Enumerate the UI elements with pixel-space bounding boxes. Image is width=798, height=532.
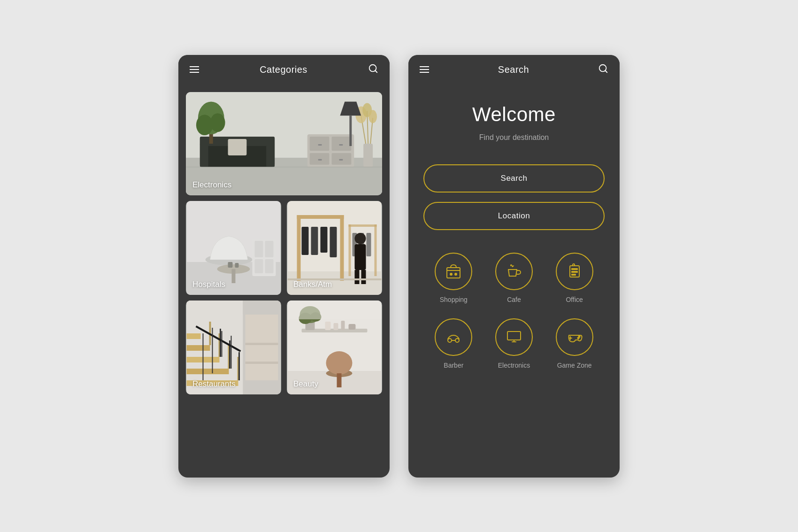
category-icons-row-1: Shopping Cafe	[423, 253, 605, 303]
electronics-label: Electronics	[192, 180, 231, 190]
svg-rect-86	[246, 315, 278, 380]
barber-label: Barber	[444, 362, 463, 369]
banks-label: Banks/Atm	[293, 280, 332, 289]
svg-rect-17	[310, 153, 330, 164]
search-icon-right[interactable]	[598, 63, 608, 76]
svg-rect-62	[355, 270, 360, 284]
svg-point-114	[448, 339, 452, 342]
svg-rect-16	[332, 137, 352, 151]
svg-rect-99	[349, 324, 356, 330]
office-label: Office	[566, 296, 583, 303]
svg-rect-87	[246, 343, 278, 345]
svg-rect-117	[507, 332, 521, 340]
category-shopping[interactable]: Shopping	[435, 253, 472, 303]
category-gamezone[interactable]: Game Zone	[556, 318, 593, 369]
svg-rect-98	[341, 321, 345, 330]
svg-point-109	[455, 273, 457, 275]
search-button[interactable]: Search	[423, 164, 605, 193]
svg-rect-50	[302, 227, 309, 255]
gamezone-label: Game Zone	[557, 362, 592, 369]
svg-rect-52	[321, 227, 328, 253]
svg-point-121	[578, 336, 580, 337]
category-card-restaurants[interactable]: Restaurants	[186, 301, 281, 394]
svg-rect-37	[232, 269, 236, 283]
office-icon-circle	[556, 253, 593, 290]
svg-rect-15	[310, 137, 330, 151]
category-icons-grid: Shopping Cafe	[423, 253, 605, 369]
svg-rect-9	[228, 139, 247, 155]
svg-line-1	[375, 70, 377, 72]
beauty-label: Beauty	[293, 379, 318, 389]
svg-rect-70	[187, 369, 229, 374]
svg-rect-44	[265, 259, 274, 273]
svg-rect-8	[266, 137, 275, 167]
category-barber[interactable]: Barber	[435, 318, 472, 369]
svg-rect-21	[318, 159, 322, 160]
category-card-beauty[interactable]: Beauty	[287, 301, 382, 394]
svg-rect-59	[367, 233, 371, 256]
svg-rect-30	[349, 116, 352, 146]
svg-point-60	[355, 233, 366, 244]
category-row-2: Restaurants	[186, 301, 382, 394]
welcome-subtitle: Find your destination	[479, 133, 549, 142]
category-card-electronics[interactable]: Electronics	[186, 92, 382, 195]
hamburger-icon-search[interactable]	[420, 66, 429, 73]
search-screen: Search Welcome Find your destination Sea…	[408, 55, 620, 478]
svg-rect-112	[572, 271, 577, 272]
svg-rect-7	[200, 137, 208, 167]
svg-rect-22	[339, 159, 343, 160]
svg-rect-106	[447, 268, 460, 278]
restaurants-label: Restaurants	[192, 379, 236, 389]
category-icons-row-2: Barber Electronics	[423, 318, 605, 369]
category-office[interactable]: Office	[556, 253, 593, 303]
svg-rect-96	[325, 322, 331, 330]
shopping-icon-circle	[435, 253, 472, 290]
search-icon[interactable]	[368, 63, 378, 76]
search-content: Welcome Find your destination Search Loc…	[408, 85, 620, 478]
svg-rect-54	[349, 224, 351, 276]
svg-rect-18	[332, 153, 352, 164]
svg-rect-19	[318, 144, 322, 145]
svg-rect-43	[255, 259, 263, 273]
hospitals-label: Hospitals	[192, 280, 225, 289]
svg-point-29	[368, 110, 377, 123]
svg-rect-55	[349, 224, 377, 227]
category-row-1: Hospitals	[186, 201, 382, 295]
svg-rect-38	[228, 262, 233, 268]
svg-rect-102	[337, 373, 342, 387]
categories-title: Categories	[260, 64, 307, 75]
svg-rect-101	[326, 351, 353, 375]
category-cafe[interactable]: Cafe	[495, 253, 533, 303]
svg-rect-63	[361, 270, 366, 284]
svg-rect-53	[330, 227, 337, 257]
svg-rect-23	[363, 144, 373, 167]
svg-rect-103	[288, 301, 382, 319]
category-electronics[interactable]: Electronics	[495, 318, 533, 369]
svg-rect-39	[235, 263, 239, 268]
location-button[interactable]: Location	[423, 202, 605, 230]
svg-rect-47	[297, 215, 301, 281]
svg-rect-88	[246, 362, 278, 364]
svg-point-108	[450, 273, 452, 275]
svg-rect-61	[355, 244, 366, 270]
categories-screen: Categories	[178, 55, 390, 478]
svg-rect-49	[340, 215, 344, 281]
search-header: Search	[408, 55, 620, 85]
svg-point-115	[455, 339, 459, 342]
search-title: Search	[498, 64, 529, 75]
shopping-label: Shopping	[440, 296, 468, 303]
svg-rect-56	[375, 224, 377, 276]
electronics-icon-circle	[495, 318, 533, 356]
svg-point-13	[210, 113, 225, 132]
gamezone-icon-circle	[556, 318, 593, 356]
svg-rect-42	[265, 241, 274, 257]
hamburger-icon[interactable]	[190, 66, 199, 73]
svg-rect-51	[311, 227, 318, 255]
category-card-banks[interactable]: Banks/Atm	[287, 201, 382, 295]
cafe-label: Cafe	[507, 296, 521, 303]
svg-rect-41	[255, 241, 263, 257]
categories-content: Electronics	[178, 85, 390, 478]
category-card-hospitals[interactable]: Hospitals	[186, 201, 281, 295]
categories-header: Categories	[178, 55, 390, 85]
svg-rect-113	[572, 274, 575, 275]
